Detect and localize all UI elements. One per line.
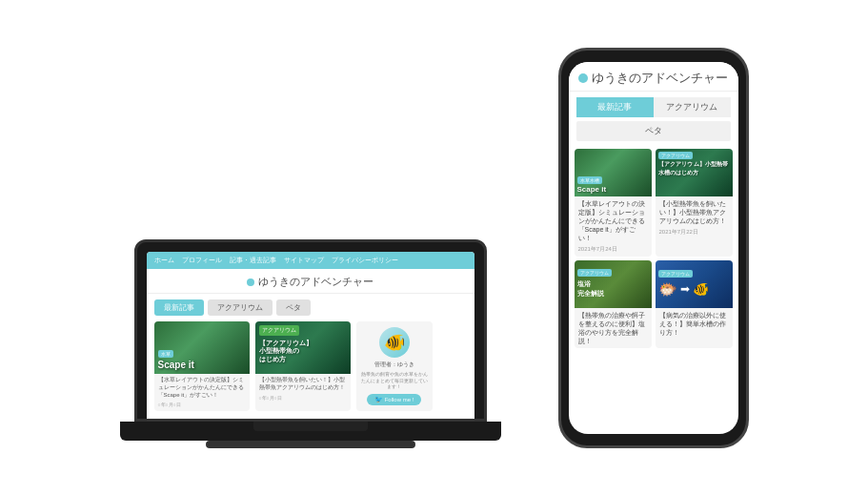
phone-card-disease: アクアリウム 🐡 ➡ 🐠 【病気の治療以外に使える！】簡単水槽の作り方！ <box>656 260 733 348</box>
phone-card-salt-img: アクアリウム 塩浴完全解説 <box>575 260 652 308</box>
phone-header: ゆうきのアドベンチャー <box>569 62 738 92</box>
phone-card-aqua-img: アクアリウム 【アクアリウ ム】小型熱帯水槽のはじめ方 <box>656 149 733 196</box>
card-scape-title: Scape it <box>158 360 194 370</box>
card-aqua-title: 【アクアリウム】小型熱帯魚のはじめ方 <box>259 340 313 363</box>
laptop-content-row: 水草 Scape it 【水草レイアウトの決定版】シミュレーションがかんたんにで… <box>147 321 474 419</box>
laptop-foot <box>206 441 415 448</box>
phone-tab-aquarium[interactable]: アクアリウム <box>654 97 731 117</box>
laptop-card-aqua-image: アクアリウム 【アクアリウム】小型熱帯魚のはじめ方 <box>255 321 351 374</box>
laptop-tabs: 最新記事 アクアリウム ペタ <box>147 294 474 321</box>
phone-salt-subbadge: 塩浴完全解説 <box>577 279 604 299</box>
laptop-screen-outer: ホーム プロフィール 記事・過去記事 サイトマップ プライバシーポリシー ゆうき… <box>134 239 487 422</box>
laptop-navbar: ホーム プロフィール 記事・過去記事 サイトマップ プライバシーポリシー <box>147 252 474 269</box>
laptop-mockup: ホーム プロフィール 記事・過去記事 サイトマップ プライバシーポリシー ゆうき… <box>120 239 501 448</box>
phone-aqua-date: 2021年7月22日 <box>656 228 733 239</box>
tab-latest[interactable]: 最新記事 <box>154 299 204 316</box>
nav-item-sitemap[interactable]: サイトマップ <box>284 256 324 265</box>
phone-card-salt: アクアリウム 塩浴完全解説 【熱帯魚の治療や餌子を整えるのに便利】塩浴のやり方を… <box>575 260 652 348</box>
card-aqua-badge: アクアリウム <box>259 325 299 336</box>
phone-site-title: ゆうきのアドベンチャー <box>575 70 733 87</box>
phone-card-grid: 水草水槽 Scape it 【水草レイアウトの決定版】シミュレーションがかんたん… <box>569 145 738 353</box>
profile-name: 管理者：ゆうき <box>374 361 414 369</box>
phone-card-scape-img: 水草水槽 Scape it <box>575 149 652 196</box>
laptop-card-scape-image: 水草 Scape it <box>154 321 250 374</box>
phone-logo-dot <box>578 73 588 83</box>
profile-bio: 熱帯魚の飼育や魚の水草をかんたんにまとめて毎日更新しています！ <box>360 371 429 390</box>
card-scape-date: ○年○月○日 <box>154 402 250 410</box>
profile-avatar: 🐠 <box>379 327 410 358</box>
laptop-card-aqua: アクアリウム 【アクアリウム】小型熱帯魚のはじめ方 【小型熱帯魚を飼いたい！】小… <box>255 321 351 411</box>
card-scape-badge: 水草 <box>158 350 173 358</box>
laptop-card-scape: 水草 Scape it 【水草レイアウトの決定版】シミュレーションがかんたんにで… <box>154 321 250 411</box>
nav-item-privacy[interactable]: プライバシーポリシー <box>332 256 398 265</box>
nav-item-articles[interactable]: 記事・過去記事 <box>230 256 276 265</box>
laptop-stand <box>253 422 368 431</box>
fish-icon: 🐡 <box>658 280 677 299</box>
phone-card-aqua: アクアリウム 【アクアリウ ム】小型熱帯水槽のはじめ方 【小型熱帯魚を飼いたい！… <box>656 149 733 257</box>
phone-aqua-title: 【アクアリウ ム】小型熱帯水槽のはじめ方 <box>658 160 730 177</box>
phone-card-scape: 水草水槽 Scape it 【水草レイアウトの決定版】シミュレーションがかんたん… <box>575 149 652 257</box>
tank-icon: 🐠 <box>693 281 709 297</box>
arrow-icon: ➡ <box>680 282 690 296</box>
phone-tab-betta[interactable]: ペタ <box>576 121 731 141</box>
nav-item-home[interactable]: ホーム <box>154 256 174 265</box>
phone-aqua-badge: アクアリウム <box>658 152 693 159</box>
card-aqua-date: ○年○月○日 <box>255 395 351 403</box>
laptop-header: ゆうきのアドベンチャー <box>147 269 474 294</box>
phone-scape-text: 【水草レイアウトの決定版】シミュレーションがかんたんにできる「Scape it」… <box>575 196 652 245</box>
card-scape-text: 【水草レイアウトの決定版】シミュレーションがかんたんにできる「Scape it」… <box>154 374 250 402</box>
phone-disease-badge: アクアリウム <box>658 270 693 278</box>
tab-aquarium[interactable]: アクアリウム <box>208 299 273 316</box>
phone-scape-title: Scape it <box>577 185 607 194</box>
laptop-base <box>120 422 501 441</box>
phone-aqua-text: 【小型熱帯魚を飼いたい！】小型熱帯魚アクアリウムのはじめ方！ <box>656 196 733 228</box>
nav-item-profile[interactable]: プロフィール <box>182 256 222 265</box>
phone-inner: ゆうきのアドベンチャー 最新記事 アクアリウム ペタ 水 <box>569 62 738 434</box>
phone-disease-text: 【病気の治療以外に使える！】簡単水槽の作り方！ <box>656 308 733 340</box>
phone-salt-text: 【熱帯魚の治療や餌子を整えるのに便利】塩浴のやり方を完全解説！ <box>575 308 652 348</box>
phone-tabs: 最新記事 アクアリウム <box>576 97 731 117</box>
laptop-screen-inner: ホーム プロフィール 記事・過去記事 サイトマップ プライバシーポリシー ゆうき… <box>147 252 474 419</box>
phone-scape-badge: 水草水槽 <box>577 176 602 184</box>
tab-betta[interactable]: ペタ <box>276 299 311 316</box>
phone-outer: ゆうきのアドベンチャー 最新記事 アクアリウム ペタ 水 <box>558 48 749 448</box>
follow-button[interactable]: 🐦 Follow me ! <box>367 394 422 405</box>
phone-card-disease-img: アクアリウム 🐡 ➡ 🐠 <box>656 260 733 308</box>
card-aqua-text: 【小型熱帯魚を飼いたい！】小型熱帯魚アクアリウムのはじめ方！ <box>255 374 351 395</box>
phone-mockup: ゆうきのアドベンチャー 最新記事 アクアリウム ペタ 水 <box>558 48 749 448</box>
logo-dot-icon <box>247 278 254 286</box>
scene: ホーム プロフィール 記事・過去記事 サイトマップ プライバシーポリシー ゆうき… <box>82 29 787 467</box>
phone-scape-date: 2021年7月24日 <box>575 245 652 257</box>
laptop-profile-card: 🐠 管理者：ゆうき 熱帯魚の飼育や魚の水草をかんたんにまとめて毎日更新しています… <box>356 321 433 411</box>
phone-salt-badge: アクアリウム <box>577 269 612 277</box>
phone-tab-latest[interactable]: 最新記事 <box>576 97 654 117</box>
laptop-site-title: ゆうきのアドベンチャー <box>147 275 474 289</box>
